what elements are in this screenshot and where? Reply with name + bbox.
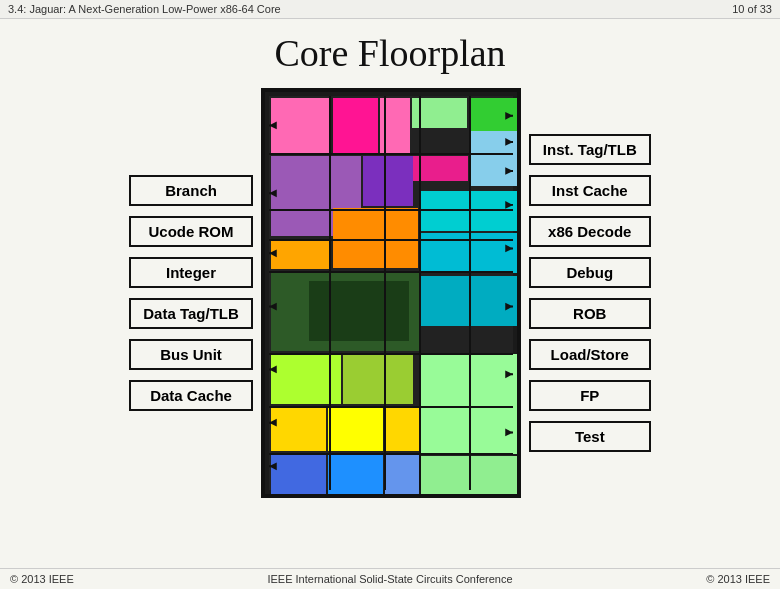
left-labels: Branch Ucode ROM Integer Data Tag/TLB Bu… <box>129 170 253 416</box>
content-area: Branch Ucode ROM Integer Data Tag/TLB Bu… <box>0 83 780 503</box>
page-title: Core Floorplan <box>0 31 780 75</box>
chip-diagram <box>261 88 521 498</box>
label-branch: Branch <box>129 175 253 206</box>
label-rob: ROB <box>529 298 651 329</box>
title-section: Core Floorplan <box>0 19 780 83</box>
bottom-left: © 2013 IEEE <box>10 573 74 585</box>
label-data-cache: Data Cache <box>129 380 253 411</box>
label-test: Test <box>529 421 651 452</box>
label-inst-tag-tlb: Inst. Tag/TLB <box>529 134 651 165</box>
bottom-bar: © 2013 IEEE IEEE International Solid-Sta… <box>0 568 780 589</box>
label-bus-unit: Bus Unit <box>129 339 253 370</box>
top-bar-left: 3.4: Jaguar: A Next-Generation Low-Power… <box>8 3 281 15</box>
label-x86-decode: x86 Decode <box>529 216 651 247</box>
label-debug: Debug <box>529 257 651 288</box>
bottom-center: IEEE International Solid-State Circuits … <box>267 573 512 585</box>
right-labels: Inst. Tag/TLB Inst Cache x86 Decode Debu… <box>529 129 651 457</box>
label-inst-cache: Inst Cache <box>529 175 651 206</box>
label-data-tag-tlb: Data Tag/TLB <box>129 298 253 329</box>
label-integer: Integer <box>129 257 253 288</box>
label-fp: FP <box>529 380 651 411</box>
bottom-right: © 2013 IEEE <box>706 573 770 585</box>
top-bar-right: 10 of 33 <box>732 3 772 15</box>
label-load-store: Load/Store <box>529 339 651 370</box>
top-bar: 3.4: Jaguar: A Next-Generation Low-Power… <box>0 0 780 19</box>
label-ucode-rom: Ucode ROM <box>129 216 253 247</box>
chip-inner <box>269 96 513 490</box>
